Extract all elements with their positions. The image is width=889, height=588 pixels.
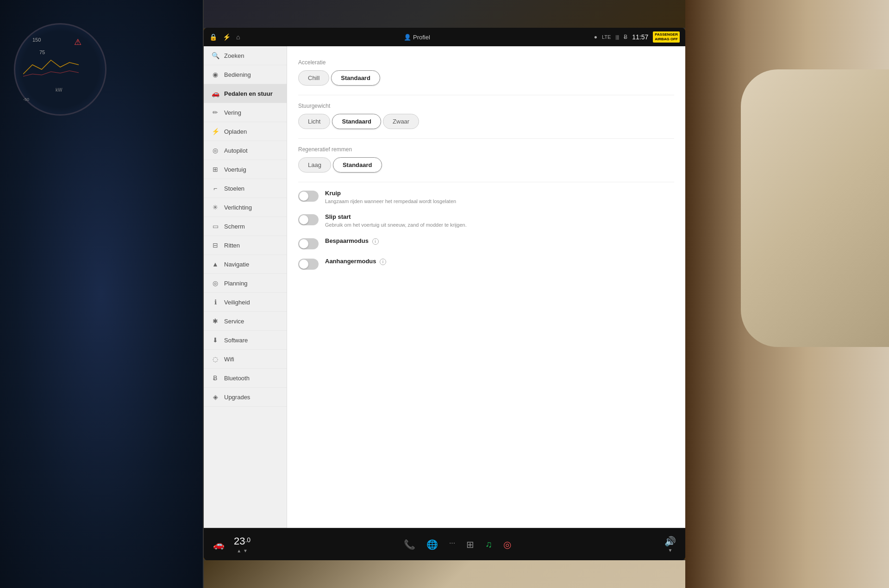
slip-start-knob xyxy=(299,215,308,224)
sidebar-item-planning[interactable]: ◎ Planning xyxy=(204,274,287,293)
divider-3 xyxy=(298,182,674,182)
kruip-title: Kruip xyxy=(325,190,674,197)
regen-standaard-btn[interactable]: Standaard xyxy=(333,157,382,173)
sidebar-item-bediening[interactable]: ◉ Bediening xyxy=(204,65,287,84)
arrow-up: ▲ xyxy=(237,548,241,553)
sidebar-label-ritten: Ritten xyxy=(224,242,240,249)
sidebar-item-software[interactable]: ⬇ Software xyxy=(204,331,287,350)
acceleratie-chill-btn[interactable]: Chill xyxy=(298,70,329,86)
taskbar-more[interactable]: ··· xyxy=(449,539,455,550)
sidebar-item-bluetooth[interactable]: Ƀ Bluetooth xyxy=(204,369,287,388)
kruip-desc: Langzaam rijden wanneer het rempedaal wo… xyxy=(325,198,674,205)
stuur-zwaar-btn[interactable]: Zwaar xyxy=(383,114,419,129)
bespaarmodus-text: Bespaarmodus i xyxy=(325,237,674,246)
phone-icon: 📞 xyxy=(404,539,415,550)
profile-icon: 👤 xyxy=(404,34,413,41)
sidebar-label-stoelen: Stoelen xyxy=(224,185,244,192)
tesla-screen: 🔒 ⚡ ⌂ 👤 Profiel ● LTE ||| Ƀ 11:57 PASSEN… xyxy=(204,28,685,560)
taskbar-phone[interactable]: 📞 xyxy=(404,539,415,550)
spotify-icon: ♫ xyxy=(485,539,492,550)
slip-start-text: Slip start Gebruik om het voertuig uit s… xyxy=(325,213,674,229)
sidebar-item-stoelen[interactable]: ⌐ Stoelen xyxy=(204,179,287,198)
bespaarmodus-info-icon[interactable]: i xyxy=(372,238,379,245)
sidebar-item-verlichting[interactable]: ✳ Verlichting xyxy=(204,198,287,217)
divider-2 xyxy=(298,138,674,139)
charge-icon: ⚡ xyxy=(211,128,219,135)
slip-start-row: Slip start Gebruik om het voertuig uit s… xyxy=(298,213,674,229)
kw-label: kW xyxy=(56,87,62,93)
sidebar-item-opladen[interactable]: ⚡ Opladen xyxy=(204,122,287,141)
taskbar-navigation[interactable]: ◎ xyxy=(503,539,511,550)
taskbar-spotify[interactable]: ♫ xyxy=(485,539,492,550)
seats-icon: ⌐ xyxy=(211,185,219,192)
stuurgewicht-label: Stuurgewicht xyxy=(298,103,674,109)
divider-1 xyxy=(298,95,674,95)
temp-display: 23 .0 xyxy=(234,535,250,547)
acceleratie-standaard-btn[interactable]: Standaard xyxy=(331,70,380,86)
arrow-down: ▼ xyxy=(243,548,248,553)
sidebar-item-service[interactable]: ✱ Service xyxy=(204,312,287,331)
passenger-airbag-badge: PASSENGER AIRBAG OFF xyxy=(653,31,680,42)
suspension-icon: ✏ xyxy=(211,109,219,116)
temp-value: 23 xyxy=(234,535,245,547)
bespaarmodus-toggle[interactable] xyxy=(298,238,319,249)
sidebar-item-ritten[interactable]: ⊟ Ritten xyxy=(204,236,287,255)
sidebar-label-vering: Vering xyxy=(224,109,241,116)
nav-icon: ▲ xyxy=(211,260,219,268)
grid-icon: ⊞ xyxy=(466,539,474,550)
status-bar: 🔒 ⚡ ⌂ 👤 Profiel ● LTE ||| Ƀ 11:57 PASSEN… xyxy=(204,28,685,46)
sidebar-item-navigatie[interactable]: ▲ Navigatie xyxy=(204,255,287,274)
taskbar-car-icon: 🚗 xyxy=(213,539,225,550)
taskbar-globe[interactable]: 🌐 xyxy=(426,539,438,550)
right-interior xyxy=(685,0,889,588)
regen-laag-btn[interactable]: Laag xyxy=(298,157,331,173)
bespaarmodus-title: Bespaarmodus i xyxy=(325,237,674,245)
sidebar-item-pedalen[interactable]: 🚗 Pedalen en stuur xyxy=(204,84,287,103)
sidebar-item-upgrades[interactable]: ◈ Upgrades xyxy=(204,388,287,407)
sidebar-item-vering[interactable]: ✏ Vering xyxy=(204,103,287,122)
sidebar-item-wifi[interactable]: ◌ Wifi xyxy=(204,350,287,369)
stuur-standaard-btn[interactable]: Standaard xyxy=(332,114,381,129)
taskbar-car[interactable]: 🚗 xyxy=(213,539,225,550)
taskbar-volume[interactable]: 🔊 ▼ xyxy=(664,536,676,553)
taskbar-grid[interactable]: ⊞ xyxy=(466,539,474,550)
screen-icon: ▭ xyxy=(211,223,219,230)
main-content: 🔍 Zoeken ◉ Bediening 🚗 Pedalen en stuur … xyxy=(204,46,685,528)
navigation-icon: ◎ xyxy=(503,539,511,550)
power-label: -50 xyxy=(23,97,29,102)
sidebar-item-zoeken[interactable]: 🔍 Zoeken xyxy=(204,46,287,65)
sidebar-label-scherm: Scherm xyxy=(224,223,245,230)
settings-panel: Acceleratie Chill Standaard Stuurgewicht… xyxy=(287,46,685,528)
status-right: ● LTE ||| Ƀ 11:57 PASSENGER AIRBAG OFF xyxy=(594,31,680,42)
sidebar-item-veiligheid[interactable]: ℹ Veiligheid xyxy=(204,293,287,312)
slip-start-toggle[interactable] xyxy=(298,214,319,225)
globe-icon: 🌐 xyxy=(426,539,438,550)
planning-icon: ◎ xyxy=(211,279,219,287)
trips-icon: ⊟ xyxy=(211,241,219,249)
volume-icon: 🔊 xyxy=(664,536,676,547)
sidebar-item-voertuig[interactable]: ⊞ Voertuig xyxy=(204,160,287,179)
temp-decimal: .0 xyxy=(245,536,250,544)
kruip-row: Kruip Langzaam rijden wanneer het remped… xyxy=(298,190,674,205)
sidebar-item-scherm[interactable]: ▭ Scherm xyxy=(204,217,287,236)
dashboard-left: 150 75 kW -50 ⚠ xyxy=(0,0,204,588)
stuur-licht-btn[interactable]: Licht xyxy=(298,114,330,129)
sidebar-item-autopilot[interactable]: ◎ Autopilot xyxy=(204,141,287,160)
status-time: 11:57 xyxy=(632,33,648,41)
regen-label: Regeneratief remmen xyxy=(298,146,674,153)
more-icon: ··· xyxy=(449,539,455,547)
acceleratie-group: Chill Standaard xyxy=(298,70,674,86)
stuurgewicht-group: Licht Standaard Zwaar xyxy=(298,114,674,129)
dot-icon: ● xyxy=(594,34,597,40)
home-icon: ⌂ xyxy=(236,33,240,41)
sidebar-label-bediening: Bediening xyxy=(224,71,251,78)
sidebar-label-planning: Planning xyxy=(224,280,248,287)
aanhangermodus-info-icon[interactable]: i xyxy=(380,259,386,265)
right-seat xyxy=(741,69,889,347)
sidebar-label-software: Software xyxy=(224,337,248,344)
signal-bars: ||| xyxy=(615,35,619,40)
kruip-toggle[interactable] xyxy=(298,191,319,202)
aanhangermodus-toggle[interactable] xyxy=(298,259,319,270)
sidebar: 🔍 Zoeken ◉ Bediening 🚗 Pedalen en stuur … xyxy=(204,46,287,528)
sidebar-label-upgrades: Upgrades xyxy=(224,394,250,401)
